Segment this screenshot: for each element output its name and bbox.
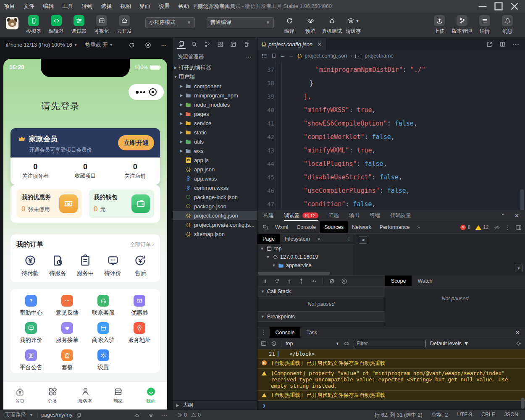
order-item[interactable]: 待评价 — [99, 254, 127, 277]
menu-item[interactable]: 编辑 — [39, 3, 58, 10]
console-prompt[interactable]: ❯ — [257, 401, 525, 410]
order-item[interactable]: 待付款 — [16, 254, 44, 277]
console-tab-task[interactable]: Task — [300, 327, 323, 338]
console-menu-icon[interactable]: ⋮ — [257, 329, 270, 336]
action-layers[interactable]: ▼清缓存 — [344, 16, 363, 35]
order-item[interactable]: 服务中 — [71, 254, 99, 277]
editor-scrollbar[interactable] — [520, 189, 524, 210]
console-scrollbar[interactable] — [521, 398, 525, 409]
tree-item[interactable]: {..}sitemap.json — [173, 229, 257, 239]
tea-icon[interactable] — [242, 39, 251, 49]
wallet-card-ticket[interactable]: 我的优惠券0张未使用 — [16, 189, 82, 218]
problems-status[interactable]: 0 0 — [172, 412, 257, 418]
code-line[interactable]: 38} — [257, 76, 525, 90]
tree-item[interactable]: JSapp.js — [173, 155, 257, 165]
page-path-caret-icon[interactable]: ▼ — [29, 413, 33, 417]
devtools-tab-console[interactable]: Console — [292, 221, 320, 233]
tree-item[interactable]: ⬡package.json — [173, 202, 257, 211]
inspect-icon[interactable] — [260, 221, 271, 233]
step-out-icon[interactable] — [298, 278, 304, 284]
all-orders-link[interactable]: 全部订单 › — [130, 241, 154, 248]
debugger-tab[interactable]: 终端 — [370, 210, 380, 221]
toggle-code[interactable]: 编辑器 — [46, 15, 66, 35]
action-eye[interactable]: 预览 — [301, 16, 320, 35]
mode-select[interactable]: 小程序模式▼ — [145, 17, 195, 28]
device-select[interactable]: iPhone 12/13 (Pro) 100% 16▼ — [6, 42, 78, 48]
encoding[interactable]: UTF-8 — [457, 412, 472, 419]
vconsole-bug-icon[interactable] — [134, 412, 140, 418]
action-bug[interactable]: 真机调试 — [322, 16, 342, 35]
bookmark-icon[interactable] — [271, 53, 277, 59]
stat-item[interactable]: 0关注服务者 — [10, 158, 60, 185]
console-tab-console[interactable]: Console — [270, 327, 301, 338]
console-sidebar-icon[interactable] — [261, 341, 267, 346]
sim-more-icon[interactable]: ⋯ — [161, 42, 167, 48]
error-counter[interactable]: ✕8 — [460, 224, 470, 230]
tree-item[interactable]: ▶service — [173, 118, 257, 128]
sources-overflow-icon[interactable]: » — [315, 236, 323, 242]
action-bell[interactable]: 消息 — [497, 15, 517, 35]
sim-footer-more-icon[interactable]: ⋯ — [162, 412, 168, 418]
action-refresh[interactable]: 编译 — [280, 16, 299, 35]
grid-item[interactable]: 平台公告 — [13, 349, 49, 371]
sources-tab-page[interactable]: Page — [257, 234, 280, 244]
action-detail[interactable]: 详情 — [475, 15, 495, 35]
action-upload[interactable]: 上传 — [429, 15, 449, 35]
order-item[interactable]: 售后 — [126, 254, 154, 277]
grid-item[interactable]: 联系客服 — [85, 295, 121, 317]
toggle-cloud[interactable]: 云开发 — [114, 15, 134, 35]
tree-item[interactable]: ▶node_modules — [173, 100, 257, 109]
tree-item[interactable]: {..}project.config.json — [173, 211, 257, 220]
explorer-more-icon[interactable]: ⋯ — [246, 54, 252, 60]
code-line[interactable]: 43"minifyWXML": true, — [257, 144, 525, 157]
sim-refresh-icon[interactable] — [129, 42, 135, 48]
console-settings-icon[interactable] — [516, 341, 522, 346]
grid-item[interactable]: 套餐 — [49, 349, 85, 371]
tree-item[interactable]: ▶static — [173, 128, 257, 137]
code-line[interactable]: 46"useCompilerPlugins": false, — [257, 184, 525, 197]
wallet-card-wallet[interactable]: 我的钱包0元 — [89, 189, 154, 218]
grid-item[interactable]: 我的评价 — [13, 322, 49, 344]
search-icon[interactable] — [190, 39, 199, 49]
menu-item[interactable]: 文件 — [19, 3, 39, 10]
split-editor-icon[interactable] — [486, 41, 493, 47]
eol-setting[interactable]: CRLF — [481, 412, 495, 419]
breakpoints-header[interactable]: ▼Breakpoints — [257, 312, 385, 322]
code-line[interactable]: 42"compileWorklet": false, — [257, 130, 525, 144]
devtools-settings-icon[interactable] — [494, 224, 500, 231]
breadcrumb-node[interactable]: projectname — [365, 53, 394, 59]
devtools-menu-icon[interactable]: ⋮ — [505, 224, 511, 231]
code-line[interactable]: 44"localPlugins": false, — [257, 157, 525, 171]
debugger-tab[interactable]: 输出 — [349, 210, 360, 221]
compile-mode-select[interactable]: 普通编译▼ — [207, 17, 274, 28]
step-into-icon[interactable] — [286, 278, 292, 284]
action-branch[interactable]: 版本管理 — [452, 15, 472, 35]
sources-menu-icon[interactable]: ⋮ — [346, 236, 355, 242]
call-stack-header[interactable]: ▼Call Stack — [257, 286, 385, 297]
close-button[interactable] — [508, 1, 521, 11]
tree-item[interactable]: Ȝapp.wxss — [173, 174, 257, 183]
step-over-icon[interactable] — [274, 278, 280, 284]
toggle-phone[interactable]: 模拟器 — [24, 15, 44, 35]
pause-on-exceptions-icon[interactable] — [341, 278, 347, 284]
log-levels-select[interactable]: Default levels▼ — [430, 341, 469, 346]
tab-merchant[interactable]: 商家 — [102, 382, 134, 410]
source-node-127-0-0-1-16019[interactable]: ▼127.0.0.1:16019 — [257, 253, 355, 261]
split-columns-icon[interactable] — [499, 41, 506, 47]
nav-forward-icon[interactable]: → — [289, 53, 294, 59]
miniprogram-capsule[interactable] — [129, 84, 164, 100]
sources-tab-filesystem[interactable]: Filesystem — [280, 234, 315, 244]
hot-reload-toggle[interactable]: 热重载 开▼ — [85, 42, 113, 49]
sim-eye-icon[interactable] — [148, 412, 154, 418]
grid-item[interactable]: 意见反馈 — [49, 295, 85, 317]
stat-item[interactable]: 0收藏项目 — [60, 158, 110, 185]
menu-item[interactable]: 设置 — [155, 3, 174, 10]
dock-icon[interactable] — [515, 224, 522, 231]
user-avatar[interactable] — [6, 17, 18, 29]
grid-item[interactable]: ?帮助中心 — [13, 295, 49, 317]
sim-stop-icon[interactable] — [145, 42, 151, 48]
debugger-tab[interactable]: 代码质量 — [390, 210, 411, 221]
console-context-select[interactable]: top▼ — [286, 341, 339, 346]
tree-item[interactable]: {..}app.json — [173, 165, 257, 174]
tab-category[interactable]: 分类 — [36, 382, 69, 410]
